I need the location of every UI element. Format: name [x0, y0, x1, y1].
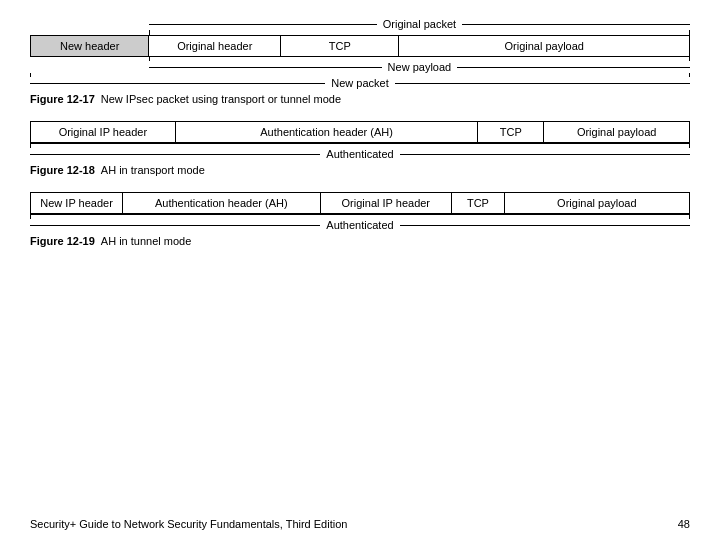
fig19-caption: Figure 12-19 AH in tunnel mode — [30, 235, 690, 247]
figure-18: Original IP header Authentication header… — [30, 121, 690, 176]
fig19-orig-payload: Original payload — [505, 193, 689, 213]
fig17-caption-num: Figure 12-17 — [30, 93, 95, 105]
fig17-orig-payload: Original payload — [399, 36, 689, 56]
new-packet-label: New packet — [325, 77, 394, 89]
fig19-caption-num: Figure 12-19 — [30, 235, 95, 247]
fig18-caption-num: Figure 12-18 — [30, 164, 95, 176]
fig19-caption-text: AH in tunnel mode — [101, 235, 192, 247]
fig17-orig-header: Original header — [149, 36, 281, 56]
fig19-tcp: TCP — [452, 193, 505, 213]
fig18-auth: Authentication header (AH) — [176, 122, 479, 142]
fig17-packet-boxes: New header Original header TCP Original … — [30, 35, 690, 57]
fig17-caption-text: New IPsec packet using transport or tunn… — [101, 93, 341, 105]
fig17-tcp: TCP — [281, 36, 399, 56]
fig19-new-ip: New IP header — [31, 193, 123, 213]
fig19-auth: Authentication header (AH) — [123, 193, 320, 213]
fig18-authenticated-label: Authenticated — [320, 148, 399, 160]
fig19-authenticated-label: Authenticated — [320, 219, 399, 231]
fig19-packet-boxes: New IP header Authentication header (AH)… — [30, 192, 690, 214]
fig18-caption-text: AH in transport mode — [101, 164, 205, 176]
fig18-packet-boxes: Original IP header Authentication header… — [30, 121, 690, 143]
fig18-caption: Figure 12-18 AH in transport mode — [30, 164, 690, 176]
figure-19: New IP header Authentication header (AH)… — [30, 192, 690, 247]
footer: Security+ Guide to Network Security Fund… — [30, 518, 690, 530]
original-packet-label: Original packet — [377, 18, 462, 30]
footer-left: Security+ Guide to Network Security Fund… — [30, 518, 347, 530]
page: Original packet New header Original head… — [0, 0, 720, 540]
fig18-orig-ip: Original IP header — [31, 122, 176, 142]
new-payload-label: New payload — [382, 61, 458, 73]
fig17-new-header: New header — [31, 36, 149, 56]
figure-17: Original packet New header Original head… — [30, 18, 690, 105]
fig19-orig-ip: Original IP header — [321, 193, 453, 213]
fig18-orig-payload: Original payload — [544, 122, 689, 142]
footer-right: 48 — [678, 518, 690, 530]
fig18-tcp: TCP — [478, 122, 544, 142]
fig17-caption: Figure 12-17 New IPsec packet using tran… — [30, 93, 690, 105]
